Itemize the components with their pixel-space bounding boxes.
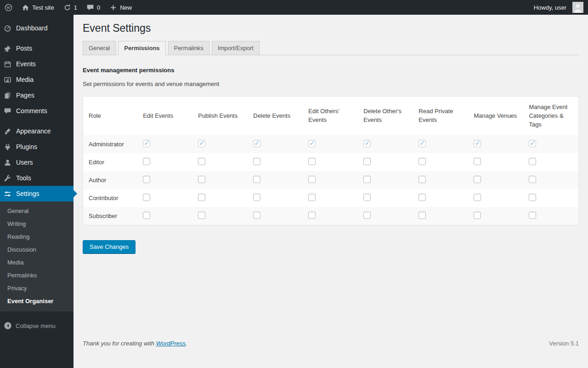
sidebar-item-label: Pages — [16, 92, 34, 99]
submenu-item-reading[interactable]: Reading — [0, 230, 74, 243]
checkbox-administrator-manage-event-categories-tags — [529, 140, 536, 147]
checkbox-subscriber-delete-events[interactable] — [253, 212, 260, 219]
sidebar-item-label: Plugins — [16, 143, 37, 150]
checkbox-administrator-edit-others-events — [308, 140, 316, 147]
sidebar-item-label: Dashboard — [16, 24, 48, 32]
checkbox-contributor-delete-events[interactable] — [253, 194, 260, 201]
sidebar: DashboardPostsEventsMediaPagesCommentsAp… — [0, 15, 74, 368]
checkbox-author-publish-events[interactable] — [198, 176, 205, 183]
checkbox-editor-manage-event-categories-tags[interactable] — [529, 158, 536, 165]
admin-bar-right: Howdy, user — [529, 0, 588, 15]
submenu-item-event-organiser[interactable]: Event Organiser — [0, 295, 74, 308]
footer: Thank you for creating with WordPress. V… — [83, 331, 579, 353]
sidebar-item-pages[interactable]: Pages — [0, 87, 74, 103]
sidebar-item-posts[interactable]: Posts — [0, 40, 74, 56]
calendar-icon — [4, 60, 11, 68]
collapse-label: Collapse menu — [16, 322, 56, 329]
sidebar-item-media[interactable]: Media — [0, 72, 74, 87]
my-account-menu[interactable]: Howdy, user — [529, 0, 588, 15]
sidebar-item-label: Settings — [16, 190, 40, 197]
checkbox-contributor-read-private-events[interactable] — [418, 194, 426, 201]
settings-submenu: GeneralWritingReadingDiscussionMediaPerm… — [0, 201, 74, 311]
comment-icon — [86, 4, 94, 12]
sidebar-item-label: Appearance — [16, 127, 51, 135]
checkbox-author-read-private-events[interactable] — [418, 176, 426, 183]
checkbox-subscriber-manage-event-categories-tags[interactable] — [529, 212, 536, 219]
checkbox-contributor-edit-others-events[interactable] — [308, 194, 316, 201]
checkbox-editor-delete-other-s-events[interactable] — [363, 158, 371, 165]
checkbox-contributor-manage-event-categories-tags[interactable] — [529, 194, 536, 201]
checkbox-contributor-manage-venues[interactable] — [474, 194, 481, 201]
checkbox-subscriber-publish-events[interactable] — [198, 212, 205, 219]
tab-general[interactable]: General — [83, 41, 116, 55]
tab-import-export[interactable]: Import/Export — [212, 41, 260, 55]
checkbox-subscriber-delete-other-s-events[interactable] — [363, 212, 371, 219]
checkbox-author-delete-other-s-events[interactable] — [363, 176, 371, 183]
column-header-role: Role — [83, 96, 138, 135]
checkbox-author-edit-events[interactable] — [143, 176, 150, 183]
checkbox-author-delete-events[interactable] — [253, 176, 260, 183]
submenu-item-media[interactable]: Media — [0, 256, 74, 269]
checkbox-author-manage-event-categories-tags[interactable] — [529, 176, 536, 183]
page-title: Event Settings — [83, 22, 151, 35]
dashboard-icon — [4, 24, 11, 32]
sidebar-item-appearance[interactable]: Appearance — [0, 123, 74, 139]
sidebar-item-label: Comments — [16, 107, 47, 115]
permissions-table: RoleEdit EventsPublish EventsDelete Even… — [83, 96, 579, 226]
checkbox-subscriber-read-private-events[interactable] — [418, 212, 426, 219]
section-description: Set permissions for events and venue man… — [83, 80, 219, 87]
checkbox-contributor-publish-events[interactable] — [198, 194, 205, 201]
users-icon — [4, 159, 11, 167]
checkbox-editor-read-private-events[interactable] — [418, 158, 426, 165]
plugins-icon — [4, 143, 11, 151]
tab-permissions[interactable]: Permissions — [118, 41, 165, 55]
sidebar-item-label: Media — [16, 76, 34, 83]
checkbox-contributor-edit-events[interactable] — [143, 194, 150, 201]
footer-version: Version 5.1 — [549, 340, 579, 347]
checkbox-contributor-delete-other-s-events[interactable] — [363, 194, 371, 201]
wp-logo-button[interactable]: W — [0, 0, 17, 15]
submenu-item-writing[interactable]: Writing — [0, 218, 74, 230]
column-header-manage-event-categories-tags: Manage Event Categories & Tags — [523, 96, 578, 135]
new-content-menu[interactable]: New — [105, 0, 136, 15]
howdy-text: Howdy, user — [534, 4, 566, 11]
updates-menu[interactable]: 1 — [59, 0, 82, 15]
checkbox-subscriber-edit-others-events[interactable] — [308, 212, 316, 219]
collapse-menu-button[interactable]: Collapse menu — [0, 317, 74, 334]
avatar — [572, 2, 583, 13]
sidebar-item-events[interactable]: Events — [0, 56, 74, 72]
checkbox-administrator-delete-events — [253, 140, 260, 147]
settings-icon — [4, 190, 11, 198]
role-name: Editor — [83, 153, 138, 171]
role-name: Administrator — [83, 135, 138, 153]
submenu-item-discussion[interactable]: Discussion — [0, 243, 74, 256]
site-name-menu[interactable]: Test site — [17, 0, 59, 15]
checkbox-editor-edit-others-events[interactable] — [308, 158, 316, 165]
pages-icon — [4, 92, 11, 99]
checkbox-author-manage-venues[interactable] — [474, 176, 481, 183]
update-icon — [63, 4, 71, 12]
sidebar-item-tools[interactable]: Tools — [0, 170, 74, 186]
wordpress-link[interactable]: WordPress — [156, 340, 186, 347]
sidebar-item-comments[interactable]: Comments — [0, 103, 74, 119]
checkbox-editor-delete-events[interactable] — [253, 158, 260, 165]
svg-text:W: W — [6, 5, 11, 10]
comments-menu[interactable]: 0 — [82, 0, 105, 15]
sidebar-item-plugins[interactable]: Plugins — [0, 139, 74, 155]
tab-permalinks[interactable]: Permalinks — [168, 41, 209, 55]
submenu-item-general[interactable]: General — [0, 205, 74, 218]
submenu-item-privacy[interactable]: Privacy — [0, 282, 74, 295]
save-changes-button[interactable]: Save Changes — [83, 240, 136, 253]
sidebar-item-users[interactable]: Users — [0, 155, 74, 170]
sidebar-item-settings[interactable]: Settings — [0, 186, 74, 201]
checkbox-subscriber-edit-events[interactable] — [143, 212, 150, 219]
checkbox-subscriber-manage-venues[interactable] — [474, 212, 481, 219]
checkbox-editor-edit-events[interactable] — [143, 158, 150, 165]
checkbox-editor-publish-events[interactable] — [198, 158, 205, 165]
checkbox-author-edit-others-events[interactable] — [308, 176, 316, 183]
column-header-publish-events: Publish Events — [192, 96, 248, 135]
checkbox-administrator-edit-events — [143, 140, 150, 147]
checkbox-editor-manage-venues[interactable] — [474, 158, 481, 165]
submenu-item-permalinks[interactable]: Permalinks — [0, 269, 74, 282]
sidebar-item-dashboard[interactable]: Dashboard — [0, 20, 74, 36]
